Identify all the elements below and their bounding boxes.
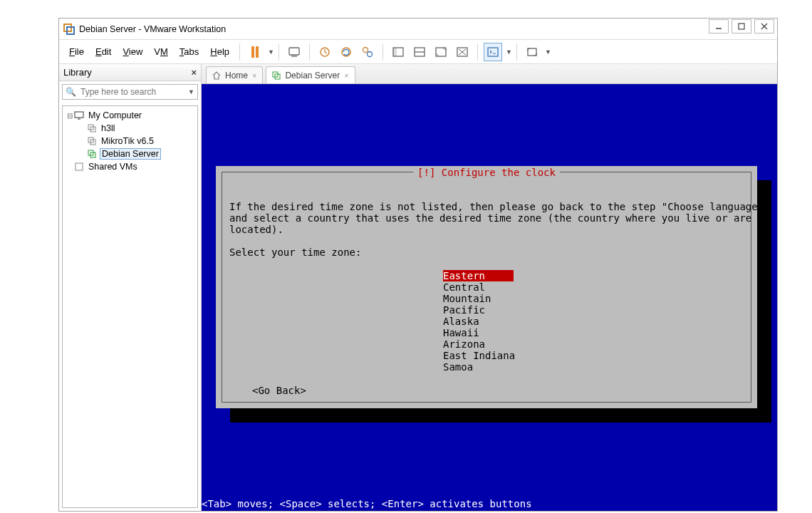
library-header: Library × <box>59 64 201 81</box>
tree-vm-mikrotik[interactable]: MikroTik v6.5 <box>64 135 196 147</box>
library-search[interactable]: 🔍 ▼ <box>62 84 198 100</box>
search-dropdown-icon[interactable]: ▼ <box>188 88 194 95</box>
timezone-list: EasternCentralMountainPacificAlaskaHawai… <box>443 270 744 373</box>
timezone-option-mountain[interactable]: Mountain <box>443 293 744 304</box>
separator <box>516 43 517 61</box>
tab-close-icon[interactable]: × <box>344 71 348 80</box>
tab-label: Debian Server <box>285 71 340 81</box>
timezone-option-eastern[interactable]: Eastern <box>443 270 514 281</box>
app-window: Debian Server - VMware Workstation File … <box>58 18 778 512</box>
menu-help[interactable]: Help <box>204 43 235 60</box>
timezone-option-pacific[interactable]: Pacific <box>443 304 744 316</box>
content-area: Home × Debian Server × [!] Configure the… <box>202 64 777 511</box>
view-split-icon[interactable] <box>410 43 429 61</box>
separator <box>477 43 478 61</box>
timezone-option-alaska[interactable]: Alaska <box>443 316 744 327</box>
tree-label: MikroTik v6.5 <box>100 136 155 146</box>
vm-icon <box>87 137 97 145</box>
separator <box>309 43 310 61</box>
vmware-logo-icon <box>63 24 75 35</box>
fullscreen-icon[interactable] <box>523 43 541 61</box>
view-tile-icon[interactable] <box>432 43 450 61</box>
console-view-button[interactable] <box>484 43 502 61</box>
window-controls <box>709 19 774 34</box>
search-icon: 🔍 <box>66 87 76 97</box>
menu-edit[interactable]: Edit <box>90 43 117 60</box>
tab-home[interactable]: Home × <box>206 66 263 83</box>
vm-icon <box>87 124 97 133</box>
library-close-button[interactable]: × <box>191 67 197 78</box>
svg-rect-21 <box>75 112 83 118</box>
library-tree: ⊟ My Computer h3ll MikroTik v6.5 Debian … <box>62 105 198 508</box>
manage-snapshots-icon[interactable] <box>358 43 377 61</box>
dialog-help-line1: If the desired time zone is not listed, … <box>229 201 764 212</box>
menu-tabs[interactable]: Tabs <box>174 43 204 60</box>
separator <box>382 43 383 61</box>
tab-debian-server[interactable]: Debian Server × <box>266 66 355 83</box>
timezone-option-hawaii[interactable]: Hawaii <box>443 327 744 338</box>
svg-rect-6 <box>289 48 299 55</box>
view-single-icon[interactable] <box>389 43 407 61</box>
tab-label: Home <box>225 71 248 81</box>
tree-label: Debian Server <box>100 148 161 160</box>
svg-rect-20 <box>528 48 536 56</box>
svg-rect-19 <box>488 48 498 56</box>
close-button[interactable] <box>754 19 774 33</box>
go-back-button[interactable]: <Go Back> <box>252 385 306 396</box>
library-title: Library <box>63 67 92 78</box>
installer-status-line: <Tab> moves; <Space> selects; <Enter> ac… <box>202 498 777 511</box>
menu-view[interactable]: View <box>117 43 148 60</box>
installer-dialog: [!] Configure the clock If the desired t… <box>216 166 757 408</box>
menubar: File Edit View VM Tabs Help ▼ ▼ ▼ <box>59 40 777 64</box>
titlebar: Debian Server - VMware Workstation <box>59 19 777 40</box>
fullscreen-dropdown[interactable]: ▼ <box>545 48 551 56</box>
menu-vm[interactable]: VM <box>148 43 174 60</box>
svg-point-9 <box>363 47 368 52</box>
timezone-option-arizona[interactable]: Arizona <box>443 338 744 350</box>
console-dropdown[interactable]: ▼ <box>506 48 512 56</box>
minimize-button[interactable] <box>709 19 729 33</box>
monitor-icon <box>74 111 84 120</box>
dialog-help-line3: located). <box>229 224 283 235</box>
snapshot-icon[interactable] <box>316 43 334 61</box>
tree-label: h3ll <box>100 123 116 133</box>
vm-running-icon <box>87 150 97 158</box>
dialog-prompt: Select your time zone: <box>229 247 361 258</box>
vm-console[interactable]: [!] Configure the clock If the desired t… <box>202 84 777 511</box>
unity-icon[interactable] <box>453 43 472 61</box>
search-input[interactable] <box>79 86 194 98</box>
dialog-title: [!] Configure the clock <box>413 167 560 178</box>
revert-snapshot-icon[interactable] <box>337 43 355 61</box>
tree-root-my-computer[interactable]: ⊟ My Computer <box>64 109 196 122</box>
tree-vm-h3ll[interactable]: h3ll <box>64 122 196 135</box>
shared-icon <box>74 162 84 171</box>
home-icon <box>212 71 221 80</box>
tree-shared-vms[interactable]: Shared VMs <box>64 160 196 173</box>
timezone-option-samoa[interactable]: Samoa <box>443 361 744 373</box>
svg-rect-29 <box>76 163 83 170</box>
send-ctrl-alt-del-icon[interactable] <box>285 43 303 61</box>
separator <box>279 43 279 61</box>
library-panel: Library × 🔍 ▼ ⊟ My Computer h3ll <box>59 64 202 511</box>
timezone-option-east-indiana[interactable]: East Indiana <box>443 350 744 361</box>
svg-rect-12 <box>393 48 397 56</box>
tree-label: My Computer <box>87 110 143 120</box>
tree-label: Shared VMs <box>87 162 139 172</box>
separator <box>239 43 240 61</box>
power-dropdown[interactable]: ▼ <box>268 48 274 56</box>
maximize-button[interactable] <box>732 19 751 33</box>
timezone-option-central[interactable]: Central <box>443 281 744 293</box>
vm-running-icon <box>272 71 281 80</box>
menu-file[interactable]: File <box>63 43 90 60</box>
tree-vm-debian-server[interactable]: Debian Server <box>64 147 196 160</box>
tab-bar: Home × Debian Server × <box>202 64 777 84</box>
collapse-icon[interactable]: ⊟ <box>66 112 74 120</box>
pause-button[interactable] <box>246 43 264 61</box>
svg-rect-3 <box>739 24 744 29</box>
dialog-help-line2: and select a country that uses the desir… <box>229 212 751 224</box>
window-title: Debian Server - VMware Workstation <box>79 24 226 34</box>
tab-close-icon[interactable]: × <box>252 71 256 80</box>
svg-point-10 <box>367 51 372 56</box>
